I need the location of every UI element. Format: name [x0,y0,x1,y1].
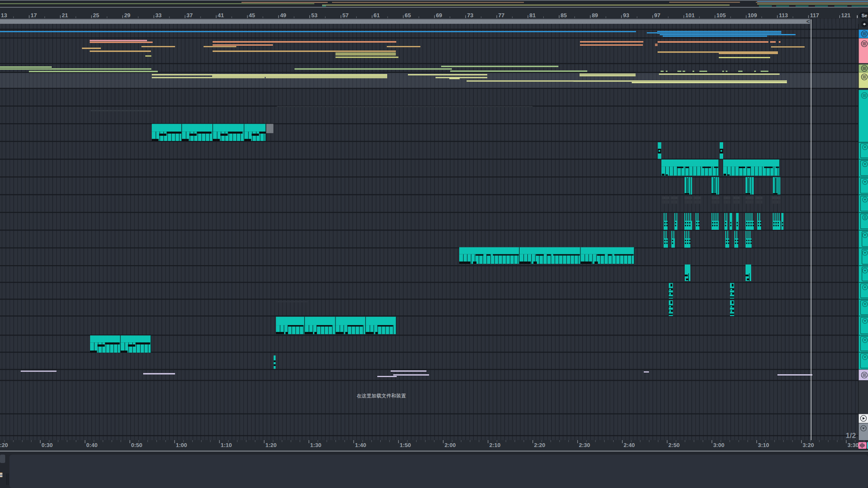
svg-text:0:40: 0:40 [86,442,97,448]
svg-text:45: 45 [249,12,255,19]
svg-text:2:40: 2:40 [624,442,635,448]
svg-text:1:30: 1:30 [310,442,321,448]
svg-text:0:50: 0:50 [131,442,142,448]
svg-text:1:10: 1:10 [221,442,232,448]
svg-text:41: 41 [218,12,224,19]
svg-text:81: 81 [530,12,536,19]
svg-text:61: 61 [373,12,379,19]
svg-text:89: 89 [592,12,598,19]
svg-text:85: 85 [561,12,567,19]
svg-text:17: 17 [31,12,37,19]
svg-text:1:00: 1:00 [176,442,187,448]
svg-text:109: 109 [748,12,757,19]
svg-text:2:30: 2:30 [579,442,590,448]
svg-text:57: 57 [342,12,348,19]
svg-text:1:20: 1:20 [266,442,277,448]
svg-text:117: 117 [810,12,819,19]
svg-text:2:50: 2:50 [668,442,680,448]
svg-text:49: 49 [280,12,286,19]
svg-text:1/2: 1/2 [846,432,856,440]
svg-text:73: 73 [467,12,473,19]
svg-text:13: 13 [1,12,7,19]
svg-text:121: 121 [841,12,851,19]
svg-text:Se: Se [862,13,867,18]
svg-text:113: 113 [779,12,788,19]
svg-text:3:30: 3:30 [847,442,859,448]
svg-text:29: 29 [124,12,130,19]
svg-text:1:40: 1:40 [355,442,366,448]
svg-text:37: 37 [187,12,193,19]
svg-text:101: 101 [685,12,695,19]
svg-text:33: 33 [155,12,161,19]
svg-text:53: 53 [311,12,317,19]
svg-text:77: 77 [498,12,505,19]
svg-text:3:10: 3:10 [758,442,769,448]
svg-text:<: < [806,18,810,25]
svg-text:1:50: 1:50 [400,442,411,448]
svg-text:97: 97 [654,12,660,19]
svg-text:69: 69 [436,12,442,19]
svg-text:93: 93 [623,12,629,19]
svg-text:2:20: 2:20 [534,442,545,448]
svg-text:0:20: 0:20 [0,442,8,448]
svg-text:0:30: 0:30 [41,442,53,448]
svg-text:65: 65 [405,12,411,19]
svg-text:21: 21 [62,12,68,19]
svg-text:2:10: 2:10 [489,442,501,448]
svg-text:3:00: 3:00 [713,442,724,448]
svg-text:2:00: 2:00 [445,442,456,448]
svg-text:在这里加载文件和装置: 在这里加载文件和装置 [357,393,406,398]
svg-text:3:20: 3:20 [803,442,814,448]
svg-text:25: 25 [93,12,99,19]
svg-text:105: 105 [717,12,726,19]
